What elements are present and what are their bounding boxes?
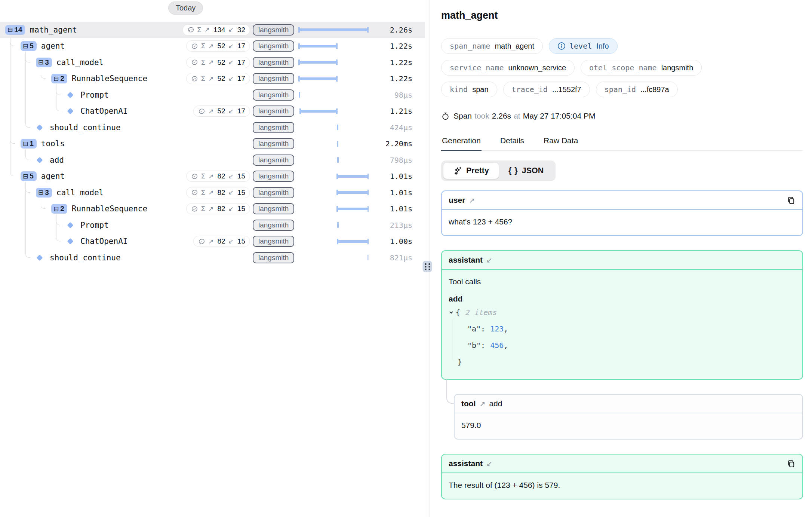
sigma-icon: Σ [201, 59, 205, 66]
tree-row[interactable]: ⊟1toolslangsmith2.20ms [0, 136, 425, 152]
input-tokens: 134 [213, 26, 225, 34]
output-tokens: 15 [237, 237, 245, 245]
input-tokens-icon: ↗ [208, 107, 213, 115]
tree-row[interactable]: ChatOpenAI↗82↙15langsmith1.00s [0, 233, 425, 250]
timing-took: took [474, 111, 489, 120]
collapse-badge[interactable]: ⊟2 [51, 204, 67, 214]
tree-row[interactable]: ⊟3call_modelΣ↗52↙17langsmith1.22s [0, 54, 425, 71]
square-minus-icon: ⊟ [23, 141, 28, 147]
output-tokens: 17 [237, 42, 245, 50]
output-tokens: 17 [237, 107, 245, 115]
collapse-badge[interactable]: ⊟5 [21, 41, 37, 51]
tree-row[interactable]: should_continuelangsmith821µs [0, 250, 425, 266]
tree-indent [0, 225, 67, 225]
tree-indent [0, 127, 36, 128]
coin-icon [198, 238, 205, 245]
collapse-badge[interactable]: ⊟1 [21, 139, 37, 149]
tree-row[interactable]: ChatOpenAI↗52↙17langsmith1.21s [0, 103, 425, 120]
input-tokens: 52 [217, 74, 225, 83]
diamond-icon [37, 157, 43, 163]
copy-icon [787, 459, 796, 468]
tree-row[interactable]: ⊟5agentΣ↗52↙17langsmith1.22s [0, 38, 425, 55]
message-header: tool ↗ add [455, 395, 802, 413]
timing-at: at [514, 111, 520, 120]
tree-indent [0, 111, 67, 111]
collapse-badge[interactable]: ⊟3 [36, 188, 52, 198]
tab-generation[interactable]: Generation [441, 136, 482, 151]
timeline-tick [337, 222, 339, 228]
square-minus-icon: ⊟ [38, 59, 43, 65]
role-label: tool [461, 399, 476, 408]
today-button[interactable]: Today [168, 1, 203, 15]
output-tokens-icon: ↙ [228, 172, 234, 180]
sigma-icon: Σ [201, 205, 205, 212]
input-tokens: 52 [217, 42, 225, 50]
timeline-bar [337, 191, 368, 194]
square-minus-icon: ⊟ [53, 206, 59, 212]
vendor-badge: langsmith [253, 138, 294, 149]
json-toggle[interactable]: { }JSON [499, 163, 553, 179]
span-name: add [50, 156, 64, 165]
timeline-cell [299, 168, 368, 185]
stopwatch-icon [441, 112, 450, 120]
tree-row[interactable]: ⊟2RunnableSequenceΣ↗82↙15langsmith1.01s [0, 201, 425, 217]
sigma-icon: Σ [201, 75, 205, 82]
duration-label: 424µs [390, 123, 412, 132]
coin-icon [191, 75, 198, 82]
token-usage-badge: Σ↗82↙15 [186, 171, 250, 182]
tree-row[interactable]: Promptlangsmith213µs [0, 217, 425, 233]
attribute-value: Info [596, 42, 609, 51]
arrow-ne-icon: ↗ [469, 196, 475, 205]
token-usage-badge: Σ↗52↙17 [186, 40, 250, 52]
json-guide-line [452, 320, 452, 360]
tree-row[interactable]: ⊟2RunnableSequenceΣ↗52↙17langsmith1.22s [0, 71, 425, 87]
span-name: RunnableSequence [72, 204, 147, 213]
tree-row[interactable]: ⊟3call_modelΣ↗82↙15langsmith1.01s [0, 184, 425, 201]
tree-row[interactable]: ⊟5agentΣ↗82↙15langsmith1.01s [0, 168, 425, 185]
span-name: call_model [56, 58, 104, 67]
tool-call-args-json: { 2 items "a": 123 , "b": 456 , } [449, 304, 796, 370]
coin-icon [191, 59, 198, 66]
timeline-tick [367, 255, 369, 260]
message-header: assistant ↙ [442, 455, 802, 473]
tab-raw-data[interactable]: Raw Data [543, 136, 579, 150]
tree-indent [0, 192, 36, 193]
collapse-badge[interactable]: ⊟5 [21, 171, 37, 181]
duration-label: 1.01s [390, 188, 412, 197]
tree-row[interactable]: addlangsmith798µs [0, 152, 425, 168]
child-count: 2 [60, 205, 64, 213]
token-usage-badge: Σ↗82↙15 [186, 187, 250, 198]
copy-button[interactable] [787, 459, 796, 468]
tree-row[interactable]: ⊟14math_agentΣ↗134↙32langsmith2.26s [0, 22, 425, 38]
tab-details[interactable]: Details [499, 136, 525, 150]
output-tokens: 15 [237, 205, 245, 213]
tree-row[interactable]: Promptlangsmith98µs [0, 87, 425, 103]
diamond-icon [67, 108, 74, 114]
copy-button[interactable] [787, 196, 796, 205]
trace-tree-rows: ⊟14math_agentΣ↗134↙32langsmith2.26s⊟5age… [0, 22, 425, 266]
collapse-badge[interactable]: ⊟14 [5, 25, 25, 35]
timeline-bar [337, 175, 368, 178]
vendor-badge: langsmith [253, 155, 294, 166]
tree-row[interactable]: should_continuelangsmith424µs [0, 119, 425, 136]
child-count: 3 [45, 58, 49, 67]
duration-label: 1.00s [390, 237, 412, 246]
child-count: 2 [60, 74, 64, 83]
chevron-down-icon[interactable] [449, 310, 454, 315]
attribute-key: otel_scope_name [589, 63, 657, 72]
tool-call-name: add [449, 294, 796, 303]
vendor-badge: langsmith [253, 252, 294, 263]
span-name: call_model [56, 188, 104, 197]
attribute-key: span_id [605, 85, 636, 94]
collapse-badge[interactable]: ⊟2 [51, 74, 67, 83]
coin-icon [198, 108, 205, 115]
drag-handle[interactable] [423, 261, 432, 272]
attribute-pill-kind: kindspan [441, 82, 497, 97]
duration-label: 2.20ms [385, 139, 412, 148]
diamond-icon [37, 254, 43, 261]
diamond-icon [37, 124, 43, 131]
pretty-toggle[interactable]: Pretty [443, 163, 499, 179]
input-tokens-icon: ↗ [208, 42, 213, 50]
collapse-badge[interactable]: ⊟3 [36, 58, 52, 67]
duration-label: 2.26s [390, 25, 412, 34]
